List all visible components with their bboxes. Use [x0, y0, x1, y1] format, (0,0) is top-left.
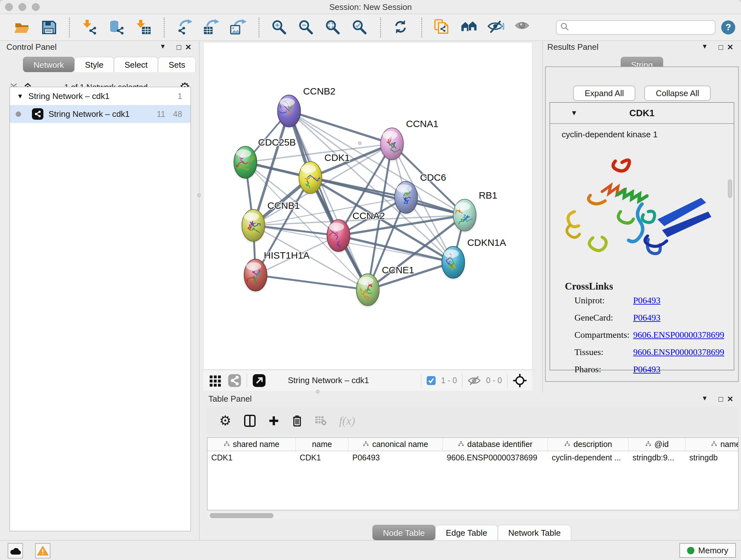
tab-network[interactable]: Network [23, 57, 74, 72]
column-header-namespace[interactable]: namespace [685, 438, 738, 451]
network-view-title: String Network – cdk1 [288, 375, 369, 385]
tab-edge-table[interactable]: Edge Table [435, 525, 498, 540]
new-network-from-selection-button[interactable] [433, 18, 452, 37]
tab-sets[interactable]: Sets [158, 57, 196, 72]
network-label: String Network – cdk1 [49, 109, 130, 119]
table-mode-button[interactable]: ⚙ [219, 415, 231, 427]
network-row[interactable]: String Network – cdk1 11 48 [10, 105, 191, 123]
memory-button[interactable]: Memory [679, 543, 736, 558]
expand-all-button[interactable]: Expand All [573, 85, 635, 101]
first-neighbors-button[interactable] [460, 18, 478, 37]
grid-view-icon[interactable] [208, 374, 222, 388]
crosslink-link[interactable]: 9606.ENSP00000378699 [633, 330, 724, 340]
open-session-button[interactable] [13, 18, 31, 37]
export-table-button[interactable] [202, 18, 221, 37]
hide-eye-icon [488, 19, 504, 36]
create-column-button[interactable] [268, 415, 279, 426]
column-header-shared-name[interactable]: shared name [207, 438, 296, 451]
help-button[interactable]: ? [721, 20, 735, 35]
crosslink-link[interactable]: P06493 [633, 364, 661, 374]
panel-float-icon[interactable]: □ [719, 43, 724, 52]
import-network-from-file-button[interactable] [81, 18, 99, 37]
panel-close-icon[interactable]: ✕ [727, 43, 733, 52]
splitter-handle[interactable] [358, 141, 361, 145]
save-session-button[interactable] [40, 18, 58, 37]
search-box[interactable] [556, 20, 716, 35]
collapse-all-button[interactable]: Collapse All [644, 85, 711, 101]
column-header-@id[interactable]: @id [629, 438, 685, 451]
node-table[interactable]: shared namenamecanonical namedatabase id… [207, 437, 738, 510]
splitter-handle[interactable] [197, 193, 201, 197]
node-RB1[interactable]: RB1 [453, 190, 497, 232]
zoom-out-button[interactable] [297, 18, 316, 37]
column-header-description[interactable]: description [548, 438, 629, 451]
selected-checkbox-icon[interactable] [426, 376, 436, 385]
zoom-in-button[interactable] [270, 18, 289, 37]
table-row[interactable]: CDK1CDK1P064939606.ENSP00000378699cyclin… [207, 451, 738, 464]
apply-preferred-layout-button[interactable] [392, 18, 410, 37]
zoom-out-icon [298, 19, 315, 36]
node-label-CDKN1A: CDKN1A [467, 237, 506, 248]
duplicate-network-icon [434, 19, 451, 36]
search-input[interactable] [572, 23, 715, 32]
node-CDKN1A[interactable]: CDKN1A [442, 237, 506, 279]
protein-card-header[interactable]: ▼ CDK1 [550, 103, 734, 124]
node-CCNA1[interactable]: CCNA1 [381, 118, 438, 160]
zoom-fit-content-button[interactable] [324, 18, 342, 37]
crosslink-link[interactable]: 9606.ENSP00000378699 [633, 347, 724, 357]
tab-style[interactable]: Style [74, 57, 114, 72]
column-header-canonical-name[interactable]: canonical name [348, 438, 443, 451]
crosslink-link[interactable]: P06493 [633, 313, 661, 323]
share-view-icon[interactable] [227, 374, 242, 388]
warning-icon [37, 546, 49, 556]
network-canvas[interactable]: CCNB2CCNA1CDC25BCDK1CDC6RB1CCNB1CCNA2CDK… [203, 42, 532, 370]
panel-float-icon[interactable]: □ [177, 43, 182, 52]
cloud-icon [10, 547, 21, 555]
edge-CCNB2-CCNA1[interactable] [289, 111, 392, 144]
export-network-button[interactable] [176, 18, 194, 37]
table-hscrollbar-thumb[interactable] [210, 513, 273, 518]
detach-view-icon[interactable] [252, 374, 266, 388]
namespace-tree-icon [645, 440, 651, 449]
hide-selected-button[interactable] [487, 18, 505, 37]
table-cell: P06493 [348, 451, 443, 464]
crosslinks-list: Uniprot:P06493GeneCard:P06493Compartment… [550, 292, 734, 378]
edge-CCNB2-CCNE1[interactable] [289, 111, 368, 290]
table-panel-title: Table Panel [208, 394, 252, 404]
node-label-CCNA1: CCNA1 [406, 118, 439, 129]
tab-select[interactable]: Select [114, 57, 158, 72]
cloud-button[interactable] [8, 543, 23, 558]
tab-node-table[interactable]: Node Table [373, 525, 435, 540]
tab-network-table[interactable]: Network Table [498, 525, 571, 540]
results-scrollbar-thumb[interactable] [728, 179, 732, 198]
delete-columns-button[interactable] [292, 415, 302, 427]
edge-HIST1H1A-CCNE1[interactable] [256, 275, 368, 290]
crosslink-link[interactable]: P06493 [633, 295, 661, 306]
column-header-database-identifier[interactable]: database identifier [443, 438, 548, 451]
panel-float-icon[interactable]: □ [719, 395, 724, 403]
warnings-button[interactable] [35, 543, 51, 558]
panel-close-icon[interactable]: ✕ [185, 43, 192, 52]
panel-collapse-icon[interactable]: ▼ [159, 43, 166, 50]
show-all-button[interactable] [514, 18, 532, 37]
panel-collapse-icon[interactable]: ▼ [701, 395, 708, 402]
birdseye-crosshair-icon[interactable] [513, 373, 527, 388]
column-header-name[interactable]: name [296, 438, 348, 451]
protein-expand-icon[interactable]: ▼ [570, 109, 578, 117]
search-icon [560, 22, 569, 33]
zoom-selected-button[interactable] [351, 18, 369, 37]
toolbar-separator [69, 17, 70, 37]
table-hscrollbar[interactable] [207, 512, 738, 519]
import-network-from-database-button[interactable] [108, 18, 126, 37]
network-collection-row[interactable]: ▼ String Network – cdk1 1 [10, 87, 191, 105]
import-table-from-file-button[interactable] [134, 18, 153, 37]
collection-expand-icon[interactable]: ▼ [17, 92, 23, 100]
edge-CCNB1-CCNA2[interactable] [253, 226, 339, 236]
panel-close-icon[interactable]: ✕ [727, 395, 733, 403]
namespace-tree-icon [564, 440, 570, 449]
show-columns-button[interactable] [244, 415, 256, 427]
export-image-button[interactable] [229, 18, 248, 37]
panel-collapse-icon[interactable]: ▼ [701, 43, 708, 50]
hidden-eye-icon[interactable] [468, 375, 481, 386]
splitter-handle[interactable] [316, 390, 320, 393]
